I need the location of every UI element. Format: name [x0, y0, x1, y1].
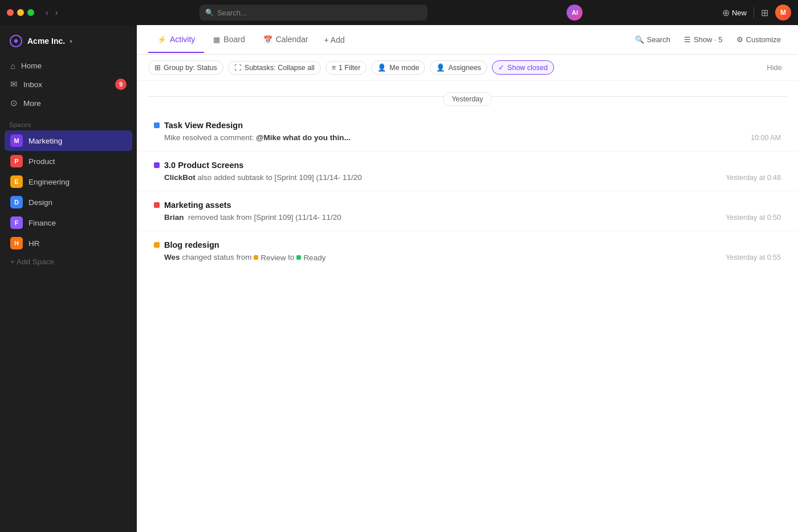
- avatar[interactable]: M: [775, 5, 791, 21]
- filter-chip-assignees[interactable]: 👤 Assignees: [430, 60, 487, 75]
- global-search-bar[interactable]: 🔍 Search...: [199, 5, 427, 21]
- assignees-icon: 👤: [436, 63, 445, 72]
- inbox-badge: 9: [115, 79, 127, 90]
- new-button[interactable]: ⊕ New: [722, 7, 747, 18]
- space-label: Finance: [28, 219, 56, 227]
- topbar-divider: [754, 7, 754, 18]
- content-header: ⚡ Activity ▦ Board 📅 Calendar + Add 🔍: [137, 25, 798, 55]
- sidebar-item-finance[interactable]: F Finance: [5, 212, 132, 233]
- tab-label: Calendar: [276, 35, 308, 44]
- hide-button[interactable]: Hide: [762, 61, 787, 74]
- tab-calendar[interactable]: 📅 Calendar: [254, 27, 317, 53]
- board-tab-icon: ▦: [213, 35, 220, 44]
- fullscreen-traffic-light[interactable]: [27, 9, 34, 16]
- activity-text: Mike resolved a comment: @Mike what do y…: [164, 133, 351, 142]
- space-label: Product: [28, 157, 55, 166]
- sidebar-item-hr[interactable]: H HR: [5, 233, 132, 253]
- to-status-dot: [296, 255, 301, 260]
- nav-arrows: ‹ ›: [43, 7, 60, 18]
- activity-desc-text: Wes changed status from Review to Ready: [164, 253, 325, 262]
- spaces-section-title: Spaces: [0, 114, 137, 130]
- space-label: Engineering: [28, 178, 70, 186]
- activity-task-title[interactable]: 3.0 Product Screens: [154, 161, 781, 170]
- activity-feed: Yesterday Task View Redesign Mike resolv…: [137, 81, 798, 532]
- customize-action-button[interactable]: ⚙ Customize: [731, 32, 787, 47]
- space-label: Marketing: [28, 137, 62, 145]
- search-action-label: Search: [647, 35, 670, 44]
- activity-description: Wes changed status from Review to Ready: [154, 253, 781, 262]
- forward-arrow[interactable]: ›: [53, 7, 60, 18]
- product-avatar: P: [10, 155, 23, 167]
- activity-time: Yesterday at 0:55: [726, 253, 781, 261]
- ai-button[interactable]: AI: [567, 5, 583, 21]
- search-icon: 🔍: [635, 35, 644, 44]
- from-status: Review: [254, 253, 286, 262]
- filter-chip-group-by[interactable]: ⊞ Group by: Status: [148, 60, 223, 75]
- sidebar-item-engineering[interactable]: E Engineering: [5, 171, 132, 192]
- search-action-button[interactable]: 🔍 Search: [629, 32, 676, 47]
- show-icon: ☰: [684, 35, 691, 44]
- activity-task-title[interactable]: Blog redesign: [154, 240, 781, 249]
- show-closed-icon: ✓: [498, 63, 504, 72]
- inbox-icon: ✉: [10, 79, 18, 89]
- brand-name: Acme Inc.: [27, 36, 65, 46]
- more-icon: ⊙: [10, 98, 18, 108]
- minimize-traffic-light[interactable]: [17, 9, 24, 16]
- task-color-dot: [154, 242, 160, 248]
- sidebar-item-label: Inbox: [23, 80, 42, 89]
- sidebar-item-product[interactable]: P Product: [5, 151, 132, 171]
- search-placeholder: Search...: [217, 9, 247, 17]
- marketing-avatar: M: [10, 134, 23, 147]
- filter-chip-subtasks[interactable]: ⛶ Subtasks: Collapse all: [228, 61, 321, 75]
- topbar-right: ⊕ New ⊞ M: [722, 5, 791, 21]
- filter-chip-filter[interactable]: ≡ 1 Filter: [325, 61, 367, 75]
- activity-task-title[interactable]: Task View Redesign: [154, 121, 781, 130]
- filter-chip-label: 1 Filter: [339, 64, 360, 72]
- header-tabs: ⚡ Activity ▦ Board 📅 Calendar + Add: [148, 27, 352, 52]
- filter-chip-label: Assignees: [448, 64, 481, 72]
- header-actions: 🔍 Search ☰ Show · 5 ⚙ Customize: [629, 32, 787, 47]
- sidebar-nav: ⌂ Home ✉ Inbox 9 ⊙ More: [0, 55, 137, 114]
- tab-activity[interactable]: ⚡ Activity: [148, 27, 204, 53]
- add-space-button[interactable]: + Add Space: [5, 253, 132, 270]
- hr-avatar: H: [10, 237, 23, 249]
- task-color-dot: [154, 162, 160, 168]
- task-color-dot: [154, 202, 160, 208]
- filter-bar: ⊞ Group by: Status ⛶ Subtasks: Collapse …: [137, 55, 798, 81]
- tab-label: Activity: [170, 35, 195, 44]
- grid-icon[interactable]: ⊞: [761, 7, 768, 18]
- activity-task-title[interactable]: Marketing assets: [154, 200, 781, 210]
- sidebar-item-design[interactable]: D Design: [5, 192, 132, 212]
- date-separator: Yesterday: [137, 81, 798, 112]
- filter-chip-show-closed[interactable]: ✓ Show closed: [492, 60, 554, 75]
- activity-desc-text: Mike resolved a comment: @Mike what do y…: [164, 133, 351, 142]
- filter-icon: ≡: [332, 64, 336, 72]
- add-view-button[interactable]: + Add: [317, 32, 352, 48]
- filter-chip-me-mode[interactable]: 👤 Me mode: [371, 60, 425, 75]
- ai-label: AI: [572, 9, 578, 16]
- date-label: Yesterday: [443, 92, 491, 106]
- brand-header[interactable]: Acme Inc. ▾: [0, 30, 137, 55]
- brand-chevron-icon: ▾: [70, 38, 72, 44]
- activity-description: ClickBot also added subtask to [Sprint 1…: [154, 173, 781, 182]
- activity-description: Brian removed task from [Sprint 109] (11…: [154, 213, 781, 222]
- filter-chip-label: Me mode: [389, 64, 419, 72]
- tab-board[interactable]: ▦ Board: [204, 27, 254, 53]
- sidebar-item-home[interactable]: ⌂ Home: [5, 57, 132, 75]
- activity-tab-icon: ⚡: [157, 35, 166, 44]
- show-action-button[interactable]: ☰ Show · 5: [678, 32, 728, 47]
- content-area: ⚡ Activity ▦ Board 📅 Calendar + Add 🔍: [137, 25, 798, 532]
- me-mode-icon: 👤: [377, 63, 386, 72]
- activity-description: Mike resolved a comment: @Mike what do y…: [154, 133, 781, 142]
- activity-item-blog-redesign: Blog redesign Wes changed status from Re…: [137, 231, 798, 271]
- sidebar-item-inbox[interactable]: ✉ Inbox 9: [5, 75, 132, 94]
- back-arrow[interactable]: ‹: [43, 7, 51, 18]
- sidebar-item-more[interactable]: ⊙ More: [5, 94, 132, 112]
- sidebar: Acme Inc. ▾ ⌂ Home ✉ Inbox 9 ⊙ More Spac…: [0, 25, 137, 532]
- calendar-tab-icon: 📅: [263, 35, 272, 44]
- sidebar-item-marketing[interactable]: M Marketing: [5, 130, 132, 151]
- filter-chip-label: Subtasks: Collapse all: [245, 64, 315, 72]
- tab-label: Board: [223, 35, 245, 44]
- close-traffic-light[interactable]: [7, 9, 14, 16]
- activity-desc-text: ClickBot also added subtask to [Sprint 1…: [164, 173, 362, 182]
